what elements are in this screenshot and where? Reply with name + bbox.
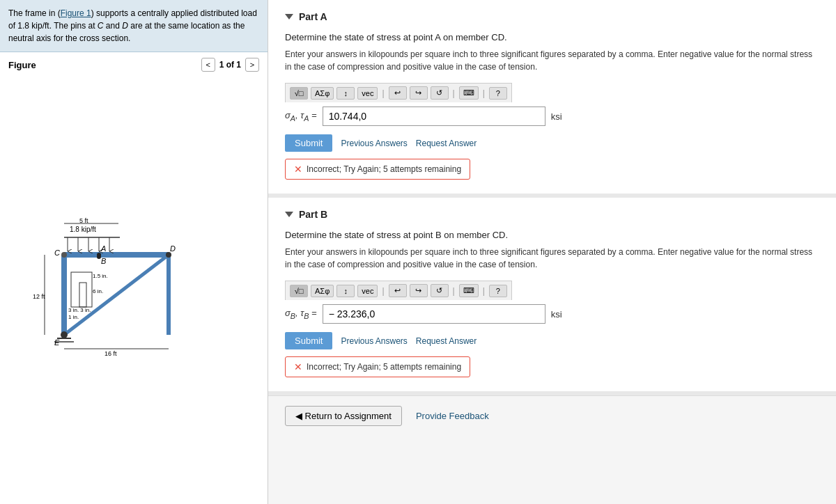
- redo-btn-a[interactable]: ↪: [410, 86, 428, 100]
- sep3-b: |: [483, 286, 485, 296]
- dim-12ft: 12 ft: [33, 293, 45, 300]
- part-a-prev-answers[interactable]: Previous Answers: [341, 139, 407, 148]
- vec-btn-b[interactable]: vec: [357, 285, 378, 297]
- figure-label: Figure: [8, 60, 36, 70]
- part-a-input[interactable]: [323, 107, 545, 126]
- undo-btn-a[interactable]: ↩: [389, 86, 407, 100]
- sep2-a: |: [453, 88, 455, 98]
- part-b-title: Part B: [299, 209, 327, 220]
- part-b-header: Part B: [285, 209, 819, 220]
- sqrt-btn-b[interactable]: √□: [290, 285, 308, 297]
- vec-btn-a[interactable]: vec: [357, 87, 378, 100]
- dim-5ft: 5 ft: [79, 217, 88, 224]
- part-a-error: ✕ Incorrect; Try Again; 5 attempts remai…: [285, 159, 470, 180]
- dim-1.5in: 1.5 in.: [93, 273, 108, 279]
- label-c: C: [54, 249, 60, 257]
- part-b-input-row: σB, τB = ksi: [285, 304, 819, 324]
- help-btn-b[interactable]: ?: [489, 285, 507, 297]
- label-d: D: [170, 244, 176, 253]
- arrows-btn-b[interactable]: ↕: [336, 285, 355, 297]
- figure-svg: A B C D E 1.8 kip/ft 5 ft 12 ft 16 ft 1.…: [29, 216, 238, 363]
- part-a-section: Part A Determine the state of stress at …: [268, 0, 836, 198]
- figure-nav: < 1 of 1 >: [201, 58, 259, 72]
- part-a-question: Determine the state of stress at point A…: [285, 32, 819, 42]
- figure-page: 1 of 1: [219, 60, 241, 70]
- part-b-request-answer[interactable]: Request Answer: [416, 336, 477, 346]
- provide-feedback-btn[interactable]: Provide Feedback: [416, 411, 489, 421]
- part-b-question: Determine the state of stress at point B…: [285, 230, 819, 240]
- sqrt-btn-a[interactable]: √□: [290, 87, 308, 100]
- pin-e: [61, 331, 68, 338]
- part-a-input-row: σA, τA = ksi: [285, 107, 819, 126]
- error-icon-a: ✕: [294, 164, 302, 175]
- dim-3in-1: 3 in. 3 in.: [68, 307, 91, 313]
- figure-link[interactable]: Figure 1: [61, 8, 91, 18]
- collapse-a-icon[interactable]: [285, 14, 293, 19]
- redo-btn-b[interactable]: ↪: [410, 284, 428, 297]
- sep3-a: |: [483, 88, 485, 98]
- part-a-label: σA, τA =: [285, 110, 317, 123]
- dim-6in: 6 in.: [93, 288, 103, 294]
- part-a-unit: ksi: [551, 111, 562, 122]
- dim-16ft: 16 ft: [104, 350, 117, 357]
- part-a-instruction: Enter your answers in kilopounds per squ…: [285, 48, 819, 73]
- sep2-b: |: [453, 286, 455, 296]
- refresh-btn-b[interactable]: ↺: [431, 284, 449, 297]
- part-a-error-text: Incorrect; Try Again; 5 attempts remaini…: [307, 164, 461, 174]
- part-a-submit[interactable]: Submit: [285, 134, 332, 152]
- figure-label-row: Figure < 1 of 1 >: [0, 52, 268, 74]
- pin-c: [61, 252, 67, 258]
- sigma-btn-b[interactable]: ΑΣφ: [311, 285, 334, 297]
- prev-figure-btn[interactable]: <: [201, 58, 215, 72]
- part-b-prev-answers[interactable]: Previous Answers: [341, 336, 407, 346]
- arrows-btn-a[interactable]: ↕: [336, 87, 355, 100]
- error-icon-b: ✕: [294, 361, 302, 372]
- return-assignment-btn[interactable]: ◀ Return to Assignment: [285, 406, 402, 426]
- part-b-submit[interactable]: Submit: [285, 332, 332, 349]
- dim-1in: 1 in.: [68, 314, 79, 320]
- part-a-request-answer[interactable]: Request Answer: [416, 139, 477, 148]
- part-b-label: σB, τB =: [285, 308, 317, 320]
- part-a-title: Part A: [299, 11, 327, 22]
- help-btn-a[interactable]: ?: [489, 87, 507, 100]
- part-b-section: Part B Determine the state of stress at …: [268, 198, 836, 395]
- label-a: A: [100, 244, 106, 253]
- sigma-btn-a[interactable]: ΑΣφ: [311, 87, 334, 100]
- keyboard-btn-a[interactable]: ⌨: [459, 86, 479, 100]
- label-e: E: [54, 338, 60, 347]
- part-b-unit: ksi: [551, 309, 562, 320]
- load-label: 1.8 kip/ft: [70, 226, 96, 233]
- left-panel: The frame in (Figure 1) supports a centr…: [0, 0, 268, 504]
- part-b-actions: Submit Previous Answers Request Answer: [285, 332, 819, 349]
- collapse-b-icon[interactable]: [285, 212, 293, 217]
- part-b-instruction: Enter your answers in kilopounds per squ…: [285, 246, 819, 271]
- part-b-input[interactable]: [323, 304, 545, 324]
- description-text: The frame in (Figure 1) supports a centr…: [8, 8, 257, 43]
- label-b: B: [101, 257, 106, 265]
- part-a-toolbar: √□ ΑΣφ ↕ vec | ↩ ↪ ↺ | ⌨ | ?: [285, 83, 512, 102]
- part-a-header: Part A: [285, 11, 819, 22]
- sep1-b: |: [382, 286, 384, 296]
- part-b-error: ✕ Incorrect; Try Again; 5 attempts remai…: [285, 356, 470, 377]
- right-panel: Part A Determine the state of stress at …: [268, 0, 836, 504]
- pin-d: [166, 252, 171, 258]
- undo-btn-b[interactable]: ↩: [389, 284, 407, 297]
- sep1-a: |: [382, 88, 384, 98]
- figure-area: A B C D E 1.8 kip/ft 5 ft 12 ft 16 ft 1.…: [0, 74, 268, 504]
- refresh-btn-a[interactable]: ↺: [431, 86, 449, 100]
- keyboard-btn-b[interactable]: ⌨: [459, 284, 479, 297]
- part-b-toolbar: √□ ΑΣφ ↕ vec | ↩ ↪ ↺ | ⌨ | ?: [285, 281, 512, 300]
- cs-outline: [71, 272, 92, 307]
- cs-inner: [79, 283, 86, 307]
- part-b-error-text: Incorrect; Try Again; 5 attempts remaini…: [307, 362, 461, 372]
- next-figure-btn[interactable]: >: [245, 58, 259, 72]
- bottom-bar: ◀ Return to Assignment Provide Feedback: [268, 395, 836, 436]
- part-a-actions: Submit Previous Answers Request Answer: [285, 134, 819, 152]
- problem-description: The frame in (Figure 1) supports a centr…: [0, 0, 268, 52]
